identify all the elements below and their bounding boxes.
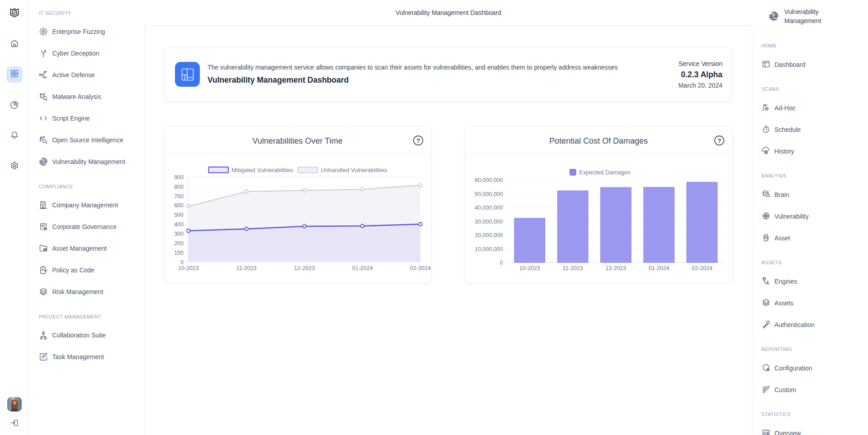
svg-text:10,000,000: 10,000,000 bbox=[475, 246, 503, 253]
svg-text:500: 500 bbox=[174, 212, 184, 218]
svg-text:300: 300 bbox=[174, 231, 184, 237]
svg-text:700: 700 bbox=[174, 193, 184, 200]
svg-text:30,000,000: 30,000,000 bbox=[475, 219, 503, 225]
svg-text:100: 100 bbox=[174, 250, 184, 256]
svg-text:0: 0 bbox=[180, 259, 184, 266]
svg-text:01-2024: 01-2024 bbox=[649, 265, 670, 271]
svg-text:Expected Damages: Expected Damages bbox=[579, 169, 631, 176]
svg-text:400: 400 bbox=[174, 221, 184, 228]
svg-text:20,000,000: 20,000,000 bbox=[475, 232, 503, 239]
svg-text:10-2023: 10-2023 bbox=[519, 265, 540, 271]
svg-text:12-2023: 12-2023 bbox=[294, 265, 315, 271]
svg-text:900: 900 bbox=[174, 174, 184, 181]
svg-text:10-2023: 10-2023 bbox=[178, 265, 199, 271]
svg-text:Potential Cost Of Damages: Potential Cost Of Damages bbox=[549, 136, 648, 145]
svg-text:Mitigated Vulnerabilities: Mitigated Vulnerabilities bbox=[231, 167, 293, 173]
svg-text:600: 600 bbox=[174, 202, 184, 209]
svg-text:60,000,000: 60,000,000 bbox=[475, 177, 503, 183]
svg-text:200: 200 bbox=[174, 240, 184, 247]
svg-text:11-2023: 11-2023 bbox=[563, 265, 583, 271]
svg-text:?: ? bbox=[416, 137, 420, 144]
svg-text:02-2024: 02-2024 bbox=[410, 265, 431, 271]
svg-text:11-2023: 11-2023 bbox=[236, 265, 257, 271]
svg-text:?: ? bbox=[717, 137, 721, 144]
svg-text:01-2024: 01-2024 bbox=[352, 265, 373, 271]
svg-text:800: 800 bbox=[174, 184, 184, 190]
svg-text:Vulnerabilities Over Time: Vulnerabilities Over Time bbox=[252, 136, 342, 145]
svg-text:50,000,000: 50,000,000 bbox=[475, 191, 503, 197]
svg-text:40,000,000: 40,000,000 bbox=[475, 205, 503, 211]
svg-text:02-2024: 02-2024 bbox=[692, 265, 712, 271]
svg-text:12-2023: 12-2023 bbox=[605, 265, 626, 271]
svg-text:Unhandled Vulnerabilities: Unhandled Vulnerabilities bbox=[321, 167, 387, 173]
svg-text:0: 0 bbox=[500, 260, 503, 266]
